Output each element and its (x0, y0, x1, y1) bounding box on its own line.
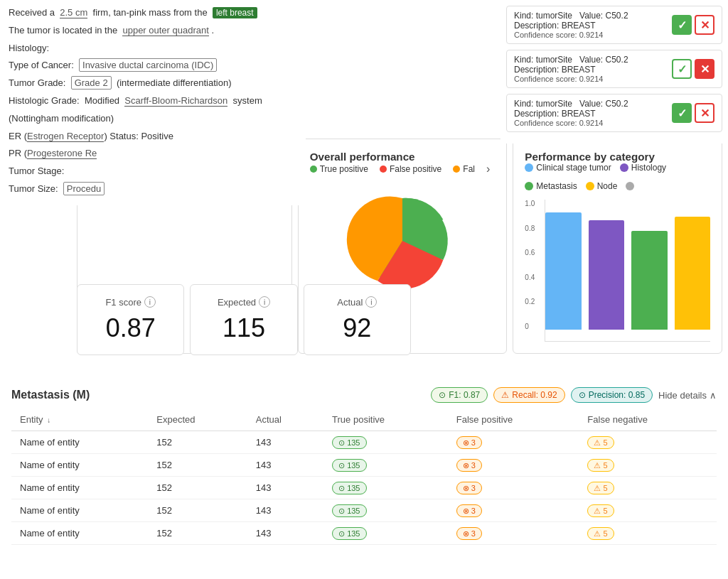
table-body: Name of entity 152 143 ⊙ 135 ⊗ 3 ⚠ 5 Nam… (11, 431, 717, 545)
cell-actual-4: 143 (247, 522, 323, 545)
entity-card-2-actions: ✓ ✕ (672, 59, 714, 79)
metastasis-dot (525, 182, 533, 190)
cell-fp-0: ⊗ 3 (448, 431, 579, 454)
cell-expected-1: 152 (148, 454, 247, 477)
f1-badge-icon: ⊙ (439, 390, 446, 400)
cell-entity-1: Name of entity (11, 454, 148, 477)
legend-metastasis: Metastasis (525, 181, 577, 191)
legend-false-negative: Fal (453, 164, 475, 174)
entity-card-3-info: Kind: tumorSite Value: C50.2 Description… (514, 99, 672, 119)
cell-expected-3: 152 (148, 499, 247, 522)
pr-label: PR ( (9, 148, 27, 158)
line2-prefix: The tumor is located in the (9, 25, 117, 36)
pr-value: Progesterone Re (27, 148, 97, 159)
legend-histology: Histology (620, 163, 666, 173)
entity-card-1-info: Kind: tumorSite Value: C50.2 Description… (514, 11, 672, 31)
tumor-size-value: Procedu (63, 182, 105, 195)
histology-dot (620, 163, 628, 172)
bar-chart-wrapper: 1.0 0.8 0.6 0.4 0.2 0 (545, 200, 710, 342)
hide-details-button[interactable]: Hide details ∧ (658, 390, 717, 401)
tp-badge-0: ⊙ 135 (332, 436, 366, 449)
chevron-up-icon: ∧ (710, 390, 717, 401)
cell-tp-4: ⊙ 135 (323, 522, 448, 545)
f1-info-icon[interactable]: i (144, 296, 156, 308)
cell-expected-4: 152 (148, 522, 247, 545)
bar-col-node (675, 200, 710, 330)
cell-actual-1: 143 (247, 454, 323, 477)
cell-tp-1: ⊙ 135 (323, 454, 448, 477)
table-row: Name of entity 152 143 ⊙ 135 ⊗ 3 ⚠ 5 (11, 454, 717, 477)
card-2-check-button[interactable]: ✓ (672, 59, 692, 79)
table-header: Entity ↓ Expected Actual True positive F… (11, 408, 717, 431)
legend-next-icon[interactable]: › (486, 163, 490, 175)
actual-info-icon[interactable]: i (365, 296, 377, 308)
metastasis-table: Entity ↓ Expected Actual True positive F… (11, 408, 717, 545)
cancer-type-value: Invasive ductal carcinoma (IDC) (79, 58, 217, 72)
card-3-check-button[interactable]: ✓ (672, 103, 692, 123)
card-2-x-button[interactable]: ✕ (695, 59, 714, 79)
actual-card: Actual i 92 (304, 284, 411, 355)
cell-fp-2: ⊗ 3 (448, 477, 579, 499)
card-1-check-button[interactable]: ✓ (672, 15, 692, 35)
cell-fn-4: ⚠ 5 (579, 522, 717, 545)
bar-col-clinical (545, 200, 581, 330)
left-medical-panel: Received a 2.5 cm firm, tan-pink mass fr… (0, 0, 306, 205)
cell-expected-0: 152 (148, 431, 247, 454)
cell-actual-3: 143 (247, 499, 323, 522)
bar-clinical (545, 212, 581, 330)
histologic-grade-value: Modified (85, 95, 119, 106)
category-legend: Clinical stage tumor Histology Metastasi… (525, 163, 710, 191)
tumor-size-label: Tumor Size: (9, 183, 58, 194)
recall-badge-icon: ⚠ (501, 390, 509, 400)
cell-fn-2: ⚠ 5 (579, 477, 717, 499)
fn-badge-2: ⚠ 5 (587, 482, 614, 494)
table-row: Name of entity 152 143 ⊙ 135 ⊗ 3 ⚠ 5 (11, 522, 717, 545)
expected-info-icon[interactable]: i (259, 296, 270, 308)
tp-badge-2: ⊙ 135 (332, 482, 366, 494)
fn-badge-3: ⚠ 5 (587, 504, 614, 517)
pie-chart-container (310, 184, 496, 298)
tumor-grade-value: Grade 2 (71, 76, 112, 90)
cell-entity-0: Name of entity (11, 431, 148, 454)
recall-badge: ⚠ Recall: 0.92 (493, 387, 564, 403)
entity-card-1-text: Kind: tumorSite Value: C50.2 Description… (514, 11, 672, 39)
table-header-row: Entity ↓ Expected Actual True positive F… (11, 408, 717, 431)
actual-label: Actual i (318, 296, 396, 308)
node-dot (586, 182, 594, 190)
cell-fp-3: ⊗ 3 (448, 499, 579, 522)
fn-badge-0: ⚠ 5 (587, 436, 614, 449)
tumor-grade-suffix: (intermediate differentiation) (117, 77, 232, 88)
er-label: ER ( (9, 131, 27, 141)
card-3-x-button[interactable]: ✕ (695, 103, 714, 123)
entity-card-1: Kind: tumorSite Value: C50.2 Description… (506, 6, 722, 44)
bottom-section: Metastasis (M) ⊙ F1: 0.87 ⚠ Recall: 0.92… (0, 387, 728, 545)
histology-label: Histology: (9, 43, 49, 53)
table-row: Name of entity 152 143 ⊙ 135 ⊗ 3 ⚠ 5 (11, 477, 717, 499)
cell-tp-3: ⊙ 135 (323, 499, 448, 522)
size-highlight: 2.5 cm (60, 7, 87, 18)
cell-actual-0: 143 (247, 431, 323, 454)
tp-dot (310, 166, 317, 173)
expected-label: Expected i (205, 296, 282, 308)
fn-badge-1: ⚠ 5 (587, 459, 614, 472)
cell-entity-2: Name of entity (11, 477, 148, 499)
fn-badge-4: ⚠ 5 (587, 527, 614, 540)
entity-card-3: Kind: tumorSite Value: C50.2 Description… (506, 94, 722, 132)
entity-card-2-text: Kind: tumorSite Value: C50.2 Description… (514, 55, 672, 83)
line1-prefix: Received a (9, 7, 55, 18)
actual-value: 92 (318, 313, 396, 343)
cell-tp-0: ⊙ 135 (323, 431, 448, 454)
card-1-x-button[interactable]: ✕ (695, 15, 714, 35)
cell-fp-4: ⊗ 3 (448, 522, 579, 545)
bar-col-metastasis (631, 200, 667, 330)
nottingham: (Nottingham modification) (9, 113, 114, 124)
col-expected: Expected (148, 408, 247, 431)
col-entity: Entity ↓ (11, 408, 148, 431)
table-row: Name of entity 152 143 ⊙ 135 ⊗ 3 ⚠ 5 (11, 499, 717, 522)
fp-badge-1: ⊗ 3 (456, 459, 482, 472)
tp-badge-3: ⊙ 135 (332, 504, 366, 517)
clinical-dot (525, 163, 533, 172)
sort-icon[interactable]: ↓ (47, 416, 50, 424)
overall-perf-title: Overall performance (310, 151, 496, 163)
f1-label: F1 score i (92, 296, 169, 308)
